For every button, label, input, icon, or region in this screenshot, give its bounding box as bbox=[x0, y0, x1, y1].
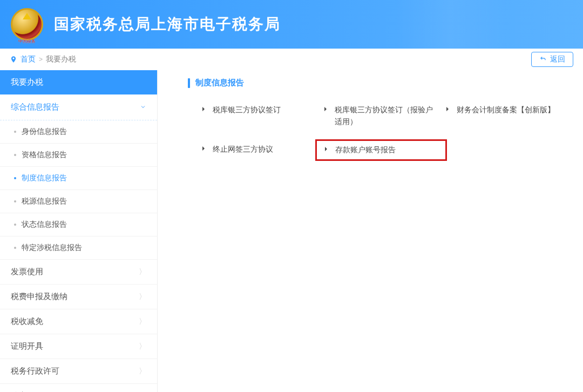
back-label: 返回 bbox=[550, 55, 565, 64]
chevron-right-icon: 〉 bbox=[139, 342, 146, 352]
sidebar-item-label: 税务行政许可 bbox=[11, 366, 59, 376]
section-title: 制度信息报告 bbox=[188, 78, 571, 88]
chevron-right-icon: 〉 bbox=[139, 292, 146, 302]
back-icon bbox=[539, 55, 547, 64]
app-header: 中国税务 国家税务总局上海市电子税务局 bbox=[0, 0, 583, 49]
sidebar-item-label: 税费申报及缴纳 bbox=[11, 292, 67, 302]
sidebar-item-label: 发票使用 bbox=[11, 267, 43, 277]
sidebar-sub-list: 身份信息报告 资格信息报告 制度信息报告 税源信息报告 状态信息报告 特定涉税信… bbox=[0, 120, 157, 260]
breadcrumb-home[interactable]: 首页 bbox=[21, 55, 36, 64]
sidebar-item-label: 税源信息报告 bbox=[22, 197, 67, 205]
title-bar-icon bbox=[188, 78, 190, 88]
sidebar-category-assess[interactable]: 核定管理〉 bbox=[0, 384, 157, 392]
pin-icon bbox=[10, 56, 17, 63]
chevron-right-icon: 〉 bbox=[139, 267, 146, 277]
sidebar-active-category[interactable]: 综合信息报告 bbox=[0, 94, 157, 120]
chevron-right-icon: 〉 bbox=[139, 317, 146, 327]
content-item[interactable]: 税库银三方协议签订 bbox=[201, 104, 314, 127]
sidebar-item-label: 状态信息报告 bbox=[22, 220, 67, 228]
sidebar-sub-item-identity[interactable]: 身份信息报告 bbox=[0, 120, 157, 144]
sidebar-sub-item-qualification[interactable]: 资格信息报告 bbox=[0, 144, 157, 167]
breadcrumb-bar: 首页 > 我要办税 返回 bbox=[0, 49, 583, 70]
sidebar-sub-item-status[interactable]: 状态信息报告 bbox=[0, 213, 157, 236]
sidebar-category-certificate[interactable]: 证明开具〉 bbox=[0, 334, 157, 359]
bullet-icon bbox=[201, 106, 206, 112]
sidebar-item-label: 税收减免 bbox=[11, 316, 43, 327]
back-button[interactable]: 返回 bbox=[531, 52, 573, 67]
section-title-label: 制度信息报告 bbox=[195, 78, 244, 88]
content-item[interactable]: 财务会计制度备案【创新版】 bbox=[445, 104, 558, 127]
sidebar-sub-item-specific[interactable]: 特定涉税信息报告 bbox=[0, 236, 157, 260]
breadcrumb-sep: > bbox=[39, 56, 43, 63]
logo-emblem: 中国税务 bbox=[11, 8, 43, 40]
content-item-label: 财务会计制度备案【创新版】 bbox=[457, 104, 555, 116]
sidebar-sub-item-system[interactable]: 制度信息报告 bbox=[0, 167, 157, 190]
sidebar-active-label: 综合信息报告 bbox=[11, 102, 59, 112]
sidebar-category-invoice[interactable]: 发票使用〉 bbox=[0, 260, 157, 285]
content-item[interactable]: 终止网签三方协议 bbox=[201, 144, 314, 157]
app-title: 国家税务总局上海市电子税务局 bbox=[54, 14, 281, 35]
sidebar-item-label: 制度信息报告 bbox=[22, 173, 67, 182]
sidebar-item-label: 证明开具 bbox=[11, 341, 43, 352]
sidebar-item-label: 特定涉税信息报告 bbox=[22, 243, 82, 252]
sidebar-category-declare[interactable]: 税费申报及缴纳〉 bbox=[0, 285, 157, 309]
content-item-label: 存款账户账号报告 bbox=[335, 144, 396, 156]
sidebar-sub-item-taxsource[interactable]: 税源信息报告 bbox=[0, 190, 157, 213]
chevron-down-icon bbox=[140, 103, 146, 112]
content-area: 制度信息报告 税库银三方协议签订 税库银三方协议签订（报验户适用） 财务会计制度… bbox=[158, 70, 583, 392]
bullet-icon bbox=[323, 106, 328, 112]
main-layout: 我要办税 综合信息报告 身份信息报告 资格信息报告 制度信息报告 税源信息报告 … bbox=[0, 70, 583, 392]
content-items-grid: 税库银三方协议签订 税库银三方协议签订（报验户适用） 财务会计制度备案【创新版】… bbox=[201, 104, 571, 157]
bullet-icon bbox=[445, 106, 450, 112]
sidebar-category-reduction[interactable]: 税收减免〉 bbox=[0, 309, 157, 334]
bullet-icon bbox=[323, 146, 329, 152]
content-item-label: 税库银三方协议签订（报验户适用） bbox=[335, 104, 436, 127]
sidebar-item-label: 资格信息报告 bbox=[22, 150, 67, 159]
sidebar-item-label: 身份信息报告 bbox=[22, 127, 67, 136]
content-item-label: 终止网签三方协议 bbox=[213, 144, 273, 156]
sidebar-header: 我要办税 bbox=[0, 70, 157, 94]
content-item[interactable]: 税库银三方协议签订（报验户适用） bbox=[323, 104, 436, 127]
content-item-highlighted[interactable]: 存款账户账号报告 bbox=[323, 144, 436, 157]
sidebar-category-list: 发票使用〉 税费申报及缴纳〉 税收减免〉 证明开具〉 税务行政许可〉 核定管理〉… bbox=[0, 260, 157, 392]
logo-caption: 中国税务 bbox=[18, 38, 36, 44]
breadcrumb: 首页 > 我要办税 bbox=[10, 55, 76, 64]
sidebar: 我要办税 综合信息报告 身份信息报告 资格信息报告 制度信息报告 税源信息报告 … bbox=[0, 70, 158, 392]
content-item-label: 税库银三方协议签订 bbox=[213, 104, 281, 116]
bullet-icon bbox=[201, 146, 206, 151]
chevron-right-icon: 〉 bbox=[139, 367, 146, 376]
sidebar-category-permit[interactable]: 税务行政许可〉 bbox=[0, 359, 157, 384]
breadcrumb-current: 我要办税 bbox=[46, 55, 76, 64]
